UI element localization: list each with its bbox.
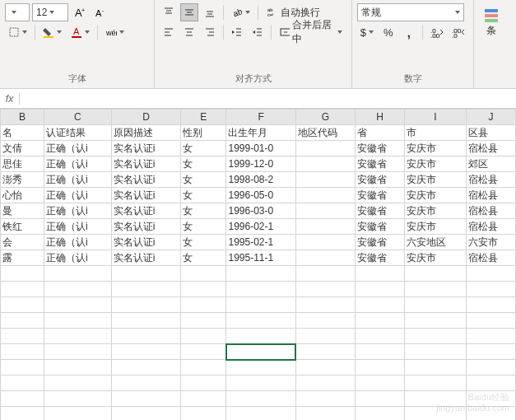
comma-button[interactable]: , xyxy=(400,23,418,41)
cell[interactable] xyxy=(111,344,180,360)
cell[interactable]: 铁红 xyxy=(1,219,44,235)
col-header-J[interactable]: J xyxy=(466,110,515,125)
cell[interactable]: 正确（认i xyxy=(44,141,111,156)
cell[interactable]: 安庆市 xyxy=(405,250,467,266)
decrease-font-button[interactable]: A- xyxy=(91,3,109,21)
align-bottom-button[interactable] xyxy=(201,3,219,21)
cell[interactable]: 安徽省 xyxy=(355,250,404,266)
align-middle-button[interactable] xyxy=(180,3,198,21)
cell[interactable]: 1995-02-1 xyxy=(226,235,295,250)
cell[interactable]: 1999-12-0 xyxy=(226,156,295,172)
cell[interactable] xyxy=(226,297,295,313)
cell[interactable] xyxy=(181,391,226,407)
cell[interactable] xyxy=(295,156,355,172)
font-family-dropdown[interactable] xyxy=(5,3,30,21)
cell[interactable] xyxy=(405,297,467,313)
cell[interactable] xyxy=(1,407,44,421)
cell[interactable]: 正确（认i xyxy=(44,219,111,235)
header-cell[interactable]: 名 xyxy=(1,125,44,141)
header-cell[interactable]: 认证结果 xyxy=(44,125,111,141)
cell[interactable] xyxy=(295,235,355,250)
cell[interactable] xyxy=(1,360,44,376)
cell[interactable] xyxy=(355,297,404,313)
cell[interactable] xyxy=(111,407,180,421)
cell[interactable]: 女 xyxy=(181,250,226,266)
cell[interactable] xyxy=(295,141,355,156)
cell[interactable] xyxy=(295,313,355,329)
conditional-format-button[interactable]: 条 xyxy=(479,3,504,42)
cell[interactable]: 女 xyxy=(181,172,226,188)
increase-font-button[interactable]: A+ xyxy=(71,3,89,21)
cell[interactable] xyxy=(295,282,355,297)
cell[interactable] xyxy=(355,391,404,407)
col-header-H[interactable]: H xyxy=(355,110,404,125)
cell[interactable] xyxy=(111,376,180,391)
align-left-button[interactable] xyxy=(160,23,178,41)
cell[interactable] xyxy=(295,266,355,282)
align-center-button[interactable] xyxy=(180,23,198,41)
cell[interactable] xyxy=(111,266,180,282)
cell[interactable] xyxy=(405,313,467,329)
header-cell[interactable]: 区县 xyxy=(466,125,515,141)
cell[interactable] xyxy=(355,376,404,391)
cell[interactable] xyxy=(295,219,355,235)
header-cell[interactable]: 地区代码 xyxy=(295,125,355,141)
cell[interactable] xyxy=(44,266,111,282)
cell[interactable]: 正确（认i xyxy=(44,172,111,188)
cell[interactable] xyxy=(295,297,355,313)
header-cell[interactable]: 出生年月 xyxy=(226,125,295,141)
number-format-dropdown[interactable]: 常规 xyxy=(357,3,464,21)
cell[interactable]: 安徽省 xyxy=(355,141,404,156)
cell[interactable]: 安徽省 xyxy=(355,172,404,188)
cell[interactable]: 1996-02-1 xyxy=(226,219,295,235)
cell[interactable]: 正确（认i xyxy=(44,188,111,203)
cell[interactable] xyxy=(111,297,180,313)
percent-button[interactable]: % xyxy=(379,23,397,41)
cell[interactable]: 1996-05-0 xyxy=(226,188,295,203)
cell[interactable]: 宿松县 xyxy=(466,250,515,266)
cell[interactable]: 郊区 xyxy=(466,156,515,172)
cell[interactable]: 实名认证i xyxy=(111,250,180,266)
cell[interactable] xyxy=(1,329,44,344)
cell[interactable] xyxy=(466,282,515,297)
cell[interactable] xyxy=(405,376,467,391)
header-cell[interactable]: 性别 xyxy=(181,125,226,141)
cell[interactable] xyxy=(226,313,295,329)
cell[interactable]: 安庆市 xyxy=(405,156,467,172)
fx-label[interactable]: fx xyxy=(0,93,20,105)
cell[interactable] xyxy=(111,360,180,376)
cell[interactable] xyxy=(355,282,404,297)
cell[interactable]: 1995-11-1 xyxy=(226,250,295,266)
cell[interactable]: 安庆市 xyxy=(405,141,467,156)
cell[interactable]: 实名认证i xyxy=(111,235,180,250)
cell[interactable]: 实名认证i xyxy=(111,188,180,203)
cell[interactable] xyxy=(226,376,295,391)
cell[interactable] xyxy=(295,391,355,407)
cell[interactable] xyxy=(181,297,226,313)
cell[interactable] xyxy=(466,360,515,376)
cell[interactable]: 六安市 xyxy=(466,235,515,250)
cell[interactable] xyxy=(181,407,226,421)
cell[interactable] xyxy=(295,172,355,188)
cell[interactable]: 正确（认i xyxy=(44,235,111,250)
cell[interactable] xyxy=(44,344,111,360)
merge-center-button[interactable]: 合并后居中 xyxy=(276,23,346,41)
cell[interactable]: 女 xyxy=(181,235,226,250)
cell[interactable] xyxy=(466,297,515,313)
cell[interactable]: 女 xyxy=(181,219,226,235)
cell[interactable]: 会 xyxy=(1,235,44,250)
cell[interactable] xyxy=(405,344,467,360)
cell[interactable] xyxy=(226,282,295,297)
cell[interactable]: 女 xyxy=(181,141,226,156)
cell[interactable] xyxy=(181,266,226,282)
fill-color-button[interactable] xyxy=(40,23,65,41)
cell[interactable]: 实名认证i xyxy=(111,156,180,172)
cell[interactable] xyxy=(1,376,44,391)
cell[interactable] xyxy=(466,329,515,344)
font-color-button[interactable]: A xyxy=(67,23,93,41)
cell[interactable] xyxy=(295,376,355,391)
cell[interactable]: 宿松县 xyxy=(466,172,515,188)
col-header-C[interactable]: C xyxy=(44,110,111,125)
cell[interactable] xyxy=(226,391,295,407)
cell[interactable] xyxy=(355,360,404,376)
